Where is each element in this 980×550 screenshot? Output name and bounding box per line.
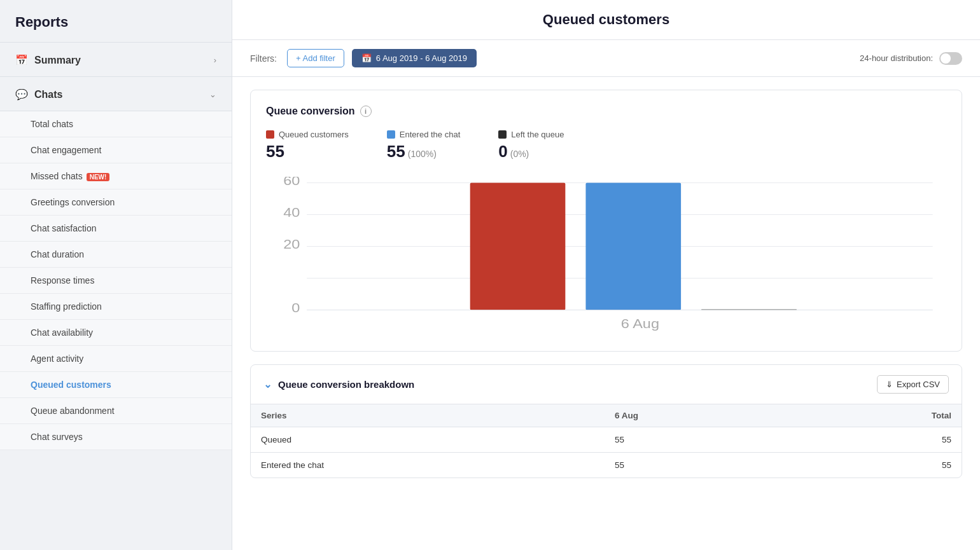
chats-nav-list: Total chatsChat engagementMissed chatsNE…: [0, 111, 232, 450]
date-range-button[interactable]: 📅 6 Aug 2019 - 6 Aug 2019: [352, 49, 477, 67]
sidebar-item-chat-availability[interactable]: Chat availability: [0, 320, 232, 346]
summary-chevron-icon: ›: [214, 55, 216, 65]
app-title: Reports: [0, 0, 232, 43]
info-icon: i: [360, 106, 372, 117]
breakdown-table: Series 6 Aug Total Queued 55 55 Entered …: [251, 404, 962, 478]
col-aug6: 6 Aug: [605, 404, 791, 427]
sidebar-item-agent-activity[interactable]: Agent activity: [0, 346, 232, 372]
sidebar-item-response-times[interactable]: Response times: [0, 268, 232, 294]
legend-pct-left: (0%): [510, 149, 529, 159]
svg-text:20: 20: [283, 237, 300, 252]
sidebar-item-queue-abandonment[interactable]: Queue abandonment: [0, 398, 232, 424]
main-content-area: Queued customers Filters: + Add filter 📅…: [232, 0, 980, 550]
cell-aug6: 55: [605, 453, 791, 478]
svg-rect-10: [585, 183, 681, 310]
svg-text:6 Aug: 6 Aug: [621, 317, 659, 332]
svg-text:60: 60: [283, 177, 300, 188]
page-title: Queued customers: [232, 0, 980, 40]
breakdown-table-body: Queued 55 55 Entered the chat 55 55: [251, 427, 962, 478]
table-row: Entered the chat 55 55: [251, 453, 962, 478]
chats-header[interactable]: 💬 Chats ⌄: [0, 77, 232, 111]
chats-chevron-icon: ⌄: [209, 90, 216, 99]
table-row: Queued 55 55: [251, 427, 962, 453]
legend-label-queued: Queued customers: [266, 130, 349, 139]
col-total: Total: [791, 404, 962, 427]
date-range-label: 6 Aug 2019 - 6 Aug 2019: [376, 53, 467, 63]
legend-pct-entered: (100%): [408, 149, 437, 159]
sidebar-item-chat-satisfaction[interactable]: Chat satisfaction: [0, 216, 232, 242]
legend-label-entered: Entered the chat: [387, 130, 460, 139]
sidebar-item-total-chats[interactable]: Total chats: [0, 111, 232, 137]
sidebar-item-chat-surveys[interactable]: Chat surveys: [0, 424, 232, 450]
sidebar-item-chat-engagement[interactable]: Chat engagement: [0, 137, 232, 163]
filters-bar: Filters: + Add filter 📅 6 Aug 2019 - 6 A…: [232, 40, 980, 77]
chart-legend: Queued customers 55 Entered the chat 55(…: [266, 130, 946, 162]
queue-conversion-card: Queue conversion i Queued customers 55 E…: [250, 90, 962, 352]
sidebar-item-queued-customers[interactable]: Queued customers: [0, 372, 232, 398]
legend-label-left: Left the queue: [498, 130, 564, 139]
sidebar-item-missed-chats[interactable]: Missed chatsNEW!: [0, 163, 232, 189]
legend-item-left: Left the queue 0(0%): [498, 130, 564, 162]
table-header: Series 6 Aug Total: [251, 404, 962, 427]
new-badge: NEW!: [87, 173, 110, 181]
legend-text-queued: Queued customers: [279, 130, 349, 139]
chats-label: Chats: [34, 89, 62, 100]
cell-series: Queued: [251, 427, 605, 453]
legend-value-entered: 55(100%): [387, 142, 460, 162]
svg-text:40: 40: [283, 205, 300, 221]
sidebar-item-greetings-conversion[interactable]: Greetings conversion: [0, 189, 232, 216]
legend-dot-left: [498, 130, 507, 139]
svg-rect-9: [470, 183, 566, 310]
legend-text-left: Left the queue: [511, 130, 564, 139]
cell-total: 55: [791, 427, 962, 453]
breakdown-chevron-icon[interactable]: ⌄: [263, 378, 272, 390]
chats-section: 💬 Chats ⌄ Total chatsChat engagementMiss…: [0, 77, 232, 450]
sidebar-item-staffing-prediction[interactable]: Staffing prediction: [0, 294, 232, 320]
download-icon: ⇓: [886, 380, 893, 389]
legend-value-left: 0(0%): [498, 142, 564, 162]
svg-text:0: 0: [291, 301, 300, 316]
chart-title: Queue conversion i: [266, 106, 946, 117]
breakdown-header: ⌄ Queue conversion breakdown ⇓ Export CS…: [251, 365, 962, 404]
summary-header[interactable]: 📅 Summary ›: [0, 43, 232, 77]
distribution-toggle-container: 24-hour distribution:: [860, 52, 962, 65]
distribution-toggle-switch[interactable]: [939, 52, 962, 65]
cell-series: Entered the chat: [251, 453, 605, 478]
cell-aug6: 55: [605, 427, 791, 453]
add-filter-button[interactable]: + Add filter: [287, 49, 344, 67]
distribution-label: 24-hour distribution:: [860, 53, 933, 63]
export-csv-label: Export CSV: [897, 380, 940, 389]
sidebar-item-chat-duration[interactable]: Chat duration: [0, 242, 232, 268]
summary-section: 📅 Summary ›: [0, 43, 232, 77]
legend-text-entered: Entered the chat: [400, 130, 460, 139]
summary-label: Summary: [34, 55, 81, 66]
bar-chart-area: 60 40 20 0 6 Aug: [266, 177, 946, 336]
breakdown-title: Queue conversion breakdown: [278, 379, 414, 390]
calendar-icon: 📅: [361, 53, 372, 63]
col-series: Series: [251, 404, 605, 427]
legend-dot-queued: [266, 130, 274, 139]
breakdown-section: ⌄ Queue conversion breakdown ⇓ Export CS…: [250, 364, 962, 478]
chats-icon: 💬: [15, 88, 28, 100]
filters-label: Filters:: [250, 53, 277, 64]
sidebar: Reports 📅 Summary › 💬 Chats ⌄ Total chat…: [0, 0, 232, 550]
legend-item-queued: Queued customers 55: [266, 130, 349, 162]
bar-chart-svg: 60 40 20 0 6 Aug: [266, 177, 946, 336]
legend-value-queued: 55: [266, 142, 349, 162]
cell-total: 55: [791, 453, 962, 478]
export-csv-button[interactable]: ⇓ Export CSV: [877, 375, 949, 394]
legend-dot-entered: [387, 130, 395, 139]
legend-item-entered: Entered the chat 55(100%): [387, 130, 460, 162]
summary-icon: 📅: [15, 54, 28, 66]
